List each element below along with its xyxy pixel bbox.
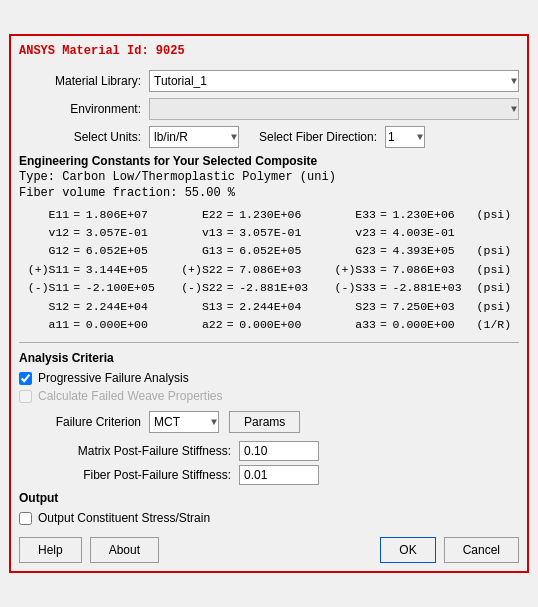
output-constituent-checkbox[interactable] xyxy=(19,512,32,525)
failure-criterion-label: Failure Criterion xyxy=(19,415,149,429)
params-button[interactable]: Params xyxy=(229,411,300,433)
table-row: E11=1.806E+07 E22=1.230E+06 E33=1.230E+0… xyxy=(19,206,519,224)
environment-label: Environment: xyxy=(19,102,149,116)
type-text: Type: Carbon Low/Thermoplastic Polymer (… xyxy=(19,170,519,184)
fiber-direction-select-wrapper: 1 ▼ xyxy=(385,126,425,148)
fiber-post-failure-label: Fiber Post-Failure Stiffness: xyxy=(19,468,239,482)
divider xyxy=(19,342,519,343)
left-buttons: Help About xyxy=(19,537,159,563)
section-header: Engineering Constants for Your Selected … xyxy=(19,154,519,168)
table-row: a11=0.000E+00 a22=0.000E+00 a33=0.000E+0… xyxy=(19,316,519,334)
material-library-select[interactable]: Tutorial_1 xyxy=(149,70,519,92)
about-button[interactable]: About xyxy=(90,537,159,563)
fiber-post-failure-input[interactable] xyxy=(239,465,319,485)
help-button[interactable]: Help xyxy=(19,537,82,563)
output-constituent-label[interactable]: Output Constituent Stress/Strain xyxy=(38,511,210,525)
output-title: Output xyxy=(19,491,519,505)
ok-button[interactable]: OK xyxy=(380,537,435,563)
dialog-title: ANSYS Material Id: 9025 xyxy=(19,44,519,62)
table-row: v12=3.057E-01 v13=3.057E-01 v23=4.003E-0… xyxy=(19,224,519,242)
calculate-failed-weave-label: Calculate Failed Weave Properties xyxy=(38,389,223,403)
fiber-volume-text: Fiber volume fraction: 55.00 % xyxy=(19,186,519,200)
material-library-select-wrapper: Tutorial_1 ▼ xyxy=(149,70,519,92)
calculate-failed-weave-checkbox xyxy=(19,390,32,403)
constants-grid: E11=1.806E+07 E22=1.230E+06 E33=1.230E+0… xyxy=(19,206,519,335)
select-units-label: Select Units: xyxy=(19,130,149,144)
units-select[interactable]: lb/in/R xyxy=(149,126,239,148)
progressive-failure-label[interactable]: Progressive Failure Analysis xyxy=(38,371,189,385)
table-row: (-)S11=-2.100E+05 (-)S22=-2.881E+03 (-)S… xyxy=(19,279,519,297)
main-dialog: ANSYS Material Id: 9025 Material Library… xyxy=(9,34,529,574)
right-buttons: OK Cancel xyxy=(380,537,519,563)
fiber-direction-select[interactable]: 1 xyxy=(385,126,425,148)
matrix-post-failure-label: Matrix Post-Failure Stiffness: xyxy=(19,444,239,458)
failure-criterion-select[interactable]: MCT xyxy=(149,411,219,433)
table-row: S12=2.244E+04 S13=2.244E+04 S23=7.250E+0… xyxy=(19,298,519,316)
matrix-post-failure-input[interactable] xyxy=(239,441,319,461)
failure-criterion-select-wrapper: MCT ▼ xyxy=(149,411,219,433)
progressive-failure-checkbox[interactable] xyxy=(19,372,32,385)
environment-select xyxy=(149,98,519,120)
environment-select-wrapper: ▼ xyxy=(149,98,519,120)
table-row: G12=6.052E+05 G13=6.052E+05 G23=4.393E+0… xyxy=(19,242,519,260)
material-library-label: Material Library: xyxy=(19,74,149,88)
fiber-direction-label: Select Fiber Direction: xyxy=(259,130,377,144)
table-row: (+)S11=3.144E+05 (+)S22=7.086E+03 (+)S33… xyxy=(19,261,519,279)
output-section: Output Output Constituent Stress/Strain xyxy=(19,491,519,525)
units-select-wrapper: lb/in/R ▼ xyxy=(149,126,239,148)
cancel-button[interactable]: Cancel xyxy=(444,537,519,563)
analysis-criteria-title: Analysis Criteria xyxy=(19,351,519,365)
button-row: Help About OK Cancel xyxy=(19,537,519,563)
